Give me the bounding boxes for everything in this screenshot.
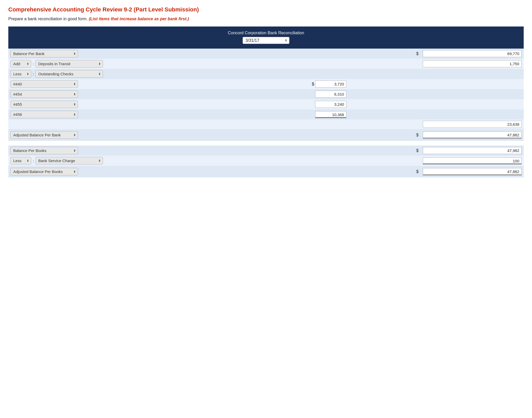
check-456-row: #456 10,368 bbox=[8, 109, 524, 120]
report-header: Concord Corporation Bank Reconciliation … bbox=[8, 26, 524, 49]
check440-dollar: $ bbox=[308, 82, 315, 87]
check-455-row: #455 3,240 bbox=[8, 99, 524, 109]
outstanding-checks-select[interactable]: Outstanding Checks bbox=[35, 70, 103, 78]
instructions: Prepare a bank reconciliation in good fo… bbox=[8, 17, 524, 21]
bank-service-charge-amount: 100 bbox=[423, 157, 522, 164]
adjusted-books-amount: 47,882 bbox=[423, 168, 522, 175]
check456-amount: 10,368 bbox=[315, 111, 346, 118]
balance-per-books-select[interactable]: Balance Per Books bbox=[10, 147, 78, 154]
check456-select[interactable]: #456 bbox=[10, 111, 78, 118]
check440-select-wrapper[interactable]: #440 bbox=[10, 80, 78, 88]
less-select[interactable]: Less bbox=[10, 70, 31, 78]
balance-per-bank-select-wrapper[interactable]: Balance Per Bank bbox=[10, 50, 78, 57]
check440-amount: 3,720 bbox=[315, 81, 346, 88]
reconciliation-table: Balance Per Bank $ 69,770 Add : Deposits bbox=[8, 49, 524, 177]
outstanding-checks-select-wrapper[interactable]: Outstanding Checks bbox=[35, 70, 103, 78]
adjusted-books-dollar: $ bbox=[348, 166, 421, 177]
check455-select-wrapper[interactable]: #455 bbox=[10, 101, 78, 108]
deposits-in-transit-row: Add : Deposits in Transit 1,750 bbox=[8, 59, 524, 69]
outstanding-checks-label-row: Less : Outstanding Checks bbox=[8, 69, 524, 79]
adjusted-bank-select[interactable]: Adjusted Balance Per Bank bbox=[10, 131, 78, 139]
instructions-highlight: (List items that increase balance as per… bbox=[89, 17, 189, 21]
adjusted-bank-select-wrapper[interactable]: Adjusted Balance Per Bank bbox=[10, 131, 78, 139]
add-select[interactable]: Add bbox=[10, 60, 31, 68]
date-select-wrapper[interactable]: 3/31/17 bbox=[243, 37, 289, 44]
deposits-in-transit-select[interactable]: Deposits in Transit bbox=[35, 60, 103, 68]
check454-select-wrapper[interactable]: #454 bbox=[10, 90, 78, 98]
balance-per-bank-row: Balance Per Bank $ 69,770 bbox=[8, 49, 524, 59]
check455-select[interactable]: #455 bbox=[10, 101, 78, 108]
check-440-row: #440 $ 3,720 bbox=[8, 79, 524, 89]
check456-select-wrapper[interactable]: #456 bbox=[10, 111, 78, 118]
balance-per-bank-select[interactable]: Balance Per Bank bbox=[10, 50, 78, 57]
check454-amount: 6,310 bbox=[315, 91, 346, 98]
adjusted-balance-per-bank-row: Adjusted Balance Per Bank $ 47,882 bbox=[8, 129, 524, 141]
adjusted-books-select-wrapper[interactable]: Adjusted Balance Per Books bbox=[10, 168, 78, 175]
less2-select-wrapper[interactable]: Less bbox=[10, 157, 31, 164]
balance-per-books-amount: 47,982 bbox=[423, 147, 522, 154]
adjusted-bank-amount: 47,882 bbox=[423, 131, 522, 139]
date-select[interactable]: 3/31/17 bbox=[243, 37, 289, 44]
bank-service-charge-row: Less : Bank Service Charge 100 bbox=[8, 156, 524, 166]
check454-select[interactable]: #454 bbox=[10, 90, 78, 98]
balance-per-bank-dollar: $ bbox=[348, 49, 421, 59]
check455-amount: 3,240 bbox=[315, 101, 346, 108]
total-outstanding-checks-amount: 23,638 bbox=[423, 121, 522, 128]
deposits-in-transit-amount: 1,750 bbox=[423, 60, 522, 67]
total-outstanding-checks-row: 23,638 bbox=[8, 120, 524, 129]
company-name: Concord Corporation bbox=[228, 31, 267, 35]
balance-per-books-dollar: $ bbox=[348, 145, 421, 156]
check-454-row: #454 6,310 bbox=[8, 89, 524, 99]
report-title: Bank Reconciliation bbox=[268, 31, 304, 35]
deposits-select-wrapper[interactable]: Deposits in Transit bbox=[35, 60, 103, 68]
adjusted-books-select[interactable]: Adjusted Balance Per Books bbox=[10, 168, 78, 175]
less-select-wrapper[interactable]: Less bbox=[10, 70, 31, 78]
spacer-row bbox=[8, 141, 524, 145]
adjusted-balance-per-books-row: Adjusted Balance Per Books $ 47,882 bbox=[8, 166, 524, 177]
bank-service-charge-select[interactable]: Bank Service Charge bbox=[35, 157, 103, 164]
balance-per-books-select-wrapper[interactable]: Balance Per Books bbox=[10, 147, 78, 154]
check440-select[interactable]: #440 bbox=[10, 80, 78, 88]
add-select-wrapper[interactable]: Add bbox=[10, 60, 31, 68]
less2-select[interactable]: Less bbox=[10, 157, 31, 164]
page-title: Comprehensive Accounting Cycle Review 9-… bbox=[8, 6, 524, 13]
balance-per-books-row: Balance Per Books $ 47,982 bbox=[8, 145, 524, 156]
balance-per-bank-amount: 69,770 bbox=[423, 50, 522, 57]
adjusted-bank-dollar: $ bbox=[348, 129, 421, 141]
bank-service-charge-select-wrapper[interactable]: Bank Service Charge bbox=[35, 157, 103, 164]
